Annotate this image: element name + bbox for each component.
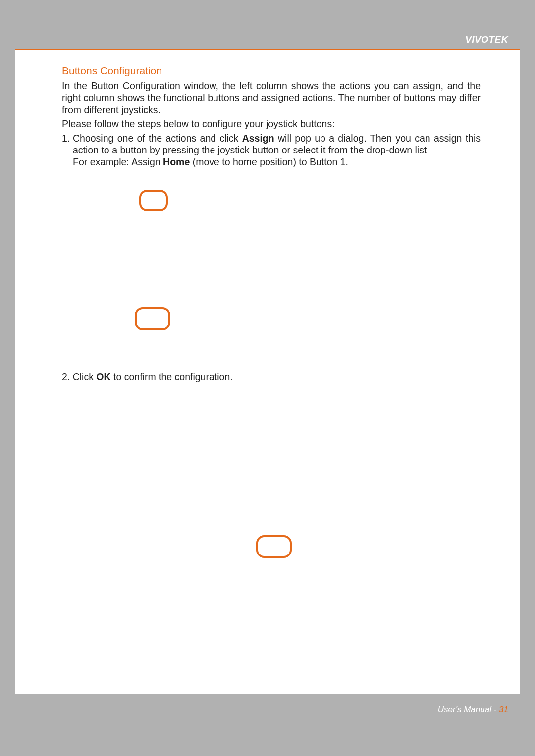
home-keyword: Home [163, 156, 190, 167]
page-footer: User's Manual - 31 [15, 694, 520, 725]
step-1-body: Choosing one of the actions and click As… [73, 132, 481, 156]
section-title: Buttons Configuration [62, 65, 481, 77]
ok-keyword: OK [96, 371, 110, 382]
step-1-example: For example: Assign Home (move to home p… [62, 156, 481, 168]
assign-keyword: Assign [242, 133, 274, 144]
step-2-pre: 2. Click [62, 371, 96, 382]
page-number: 31 [499, 705, 508, 714]
callout-highlight-3 [256, 535, 292, 558]
step-1-text-a: Choosing one of the actions and click [73, 133, 242, 144]
step-1-number: 1. [62, 132, 73, 156]
step-1-example-pre: For example: Assign [73, 156, 163, 167]
brand-logo: VIVOTEK [465, 34, 508, 45]
intro-paragraph: In the Button Configuration window, the … [62, 80, 481, 116]
step-1: 1. Choosing one of the actions and click… [62, 132, 481, 156]
callout-highlight-2 [135, 307, 170, 330]
page-content: Buttons Configuration In the Button Conf… [62, 65, 481, 168]
step-2: 2. Click OK to confirm the configuration… [62, 371, 233, 383]
instruction-lead: Please follow the steps below to configu… [62, 118, 481, 130]
page-header: VIVOTEK [15, 11, 520, 50]
footer-text: User's Manual - 31 [438, 705, 508, 715]
step-2-post: to confirm the configuration. [111, 371, 233, 382]
document-page: VIVOTEK Buttons Configuration In the But… [15, 11, 520, 725]
callout-highlight-1 [139, 190, 168, 211]
footer-label: User's Manual - [438, 705, 499, 714]
step-1-example-post: (move to home position) to Button 1. [190, 156, 348, 167]
